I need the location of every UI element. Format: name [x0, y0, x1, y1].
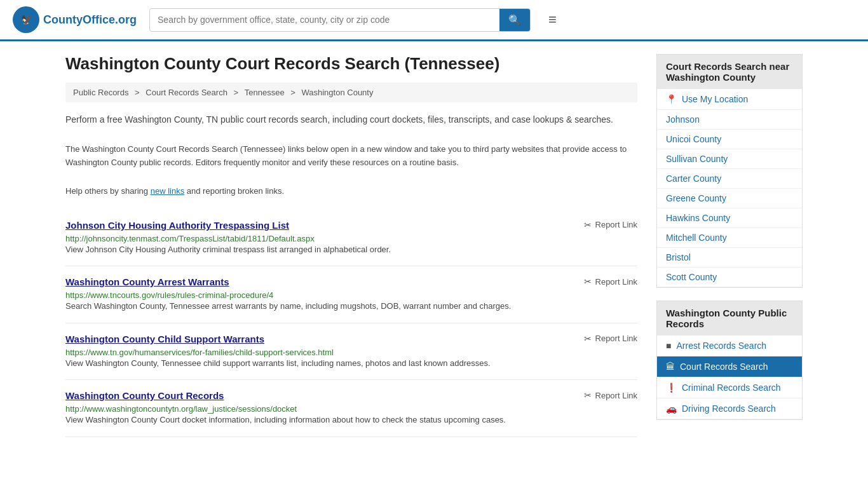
- breadcrumb: Public Records > Court Records Search > …: [65, 83, 637, 102]
- record-description-1: Search Washington County, Tennessee arre…: [65, 300, 637, 313]
- sidebar-nearby-unicoi[interactable]: Unicoi County: [657, 130, 802, 149]
- record-title-2[interactable]: Washington County Child Support Warrants: [65, 334, 264, 344]
- logo-icon: 🦅: [13, 6, 39, 33]
- record-title-0[interactable]: Johnson City Housing Authority Trespassi…: [65, 220, 289, 231]
- sidebar-criminal-records[interactable]: ❗ Criminal Records Search: [657, 377, 802, 398]
- sidebar-nearby-mitchell[interactable]: Mitchell County: [657, 228, 802, 248]
- sidebar-nearby-carter[interactable]: Carter County: [657, 169, 802, 189]
- record-title-3[interactable]: Washington County Court Records: [65, 390, 224, 401]
- record-title-1[interactable]: Washington County Arrest Warrants: [65, 276, 229, 287]
- record-item-0: Johnson City Housing Authority Trespassi…: [65, 210, 637, 267]
- sidebar-nearby-bristol[interactable]: Bristol: [657, 248, 802, 268]
- sidebar-arrest-records[interactable]: ■ Arrest Records Search: [657, 336, 802, 356]
- driving-records-icon: 🚗: [666, 403, 677, 414]
- report-icon-2: ✂: [584, 334, 592, 344]
- record-url-1[interactable]: https://www.tncourts.gov/rules/rules-cri…: [65, 290, 273, 300]
- record-item-3: Washington County Court Records ✂ Report…: [65, 380, 637, 437]
- public-records-section-header: Washington County Public Records: [657, 301, 802, 336]
- content-area: Washington County Court Records Search (…: [65, 54, 637, 437]
- breadcrumb-public-records[interactable]: Public Records: [73, 88, 128, 97]
- page-title: Washington County Court Records Search (…: [65, 54, 637, 74]
- record-description-2: View Washington County, Tennessee child …: [65, 357, 637, 370]
- report-link-button-1[interactable]: ✂ Report Link: [584, 276, 637, 287]
- breadcrumb-washington-county[interactable]: Washington County: [301, 88, 373, 97]
- header: 🦅 CountyOffice.org 🔍 ≡: [0, 0, 868, 41]
- report-icon-1: ✂: [584, 276, 592, 287]
- record-description-0: View Johnson City Housing Authority crim…: [65, 243, 637, 256]
- intro-paragraph: Perform a free Washington County, TN pub…: [65, 112, 637, 126]
- sidebar-nearby-johnson[interactable]: Johnson: [657, 110, 802, 130]
- svg-text:🦅: 🦅: [21, 15, 32, 25]
- record-description-3: View Washington County Court docket info…: [65, 414, 637, 426]
- court-records-icon: 🏛: [666, 362, 675, 372]
- sidebar-nearby-hawkins[interactable]: Hawkins County: [657, 208, 802, 228]
- main-container: Washington County Court Records Search (…: [53, 41, 815, 450]
- breadcrumb-tennessee[interactable]: Tennessee: [245, 88, 285, 97]
- breadcrumb-court-records-search[interactable]: Court Records Search: [146, 88, 227, 97]
- nearby-section-header: Court Records Search near Washington Cou…: [657, 55, 802, 89]
- sidebar-nearby-greene[interactable]: Greene County: [657, 189, 802, 208]
- sidebar-court-records[interactable]: 🏛 Court Records Search: [657, 356, 802, 377]
- search-icon: 🔍: [508, 15, 521, 25]
- report-icon-0: ✂: [584, 220, 592, 230]
- record-url-0[interactable]: http://johnsoncity.tenmast.com/TrespassL…: [65, 234, 315, 243]
- logo-text: CountyOffice.org: [43, 13, 137, 27]
- search-input[interactable]: [150, 10, 499, 30]
- sidebar-nearby-sullivan[interactable]: Sullivan County: [657, 149, 802, 169]
- location-pin-icon: 📍: [666, 94, 677, 104]
- report-icon-3: ✂: [584, 390, 592, 400]
- records-list: Johnson City Housing Authority Trespassi…: [65, 210, 637, 437]
- search-button[interactable]: 🔍: [499, 9, 530, 31]
- sidebar-nearby-scott[interactable]: Scott County: [657, 268, 802, 287]
- report-link-button-2[interactable]: ✂ Report Link: [584, 334, 637, 344]
- logo-link[interactable]: 🦅 CountyOffice.org: [13, 6, 137, 33]
- search-bar: 🔍: [149, 8, 531, 32]
- arrest-records-icon: ■: [666, 341, 671, 351]
- use-my-location[interactable]: 📍 Use My Location: [657, 89, 802, 110]
- hamburger-icon: ≡: [548, 11, 557, 27]
- hamburger-menu-button[interactable]: ≡: [543, 9, 562, 30]
- criminal-records-icon: ❗: [666, 383, 677, 393]
- new-links-link[interactable]: new links: [151, 186, 184, 196]
- public-records-section: Washington County Public Records ■ Arres…: [656, 301, 803, 420]
- sidebar-driving-records[interactable]: 🚗 Driving Records Search: [657, 398, 802, 419]
- secondary-paragraph: The Washington County Court Records Sear…: [65, 143, 637, 170]
- report-link-button-3[interactable]: ✂ Report Link: [584, 390, 637, 400]
- record-url-2[interactable]: https://www.tn.gov/humanservices/for-fam…: [65, 348, 334, 357]
- record-item-2: Washington County Child Support Warrants…: [65, 323, 637, 381]
- report-link-button-0[interactable]: ✂ Report Link: [584, 220, 637, 230]
- record-item-1: Washington County Arrest Warrants ✂ Repo…: [65, 266, 637, 323]
- sidebar: Court Records Search near Washington Cou…: [656, 54, 803, 437]
- nearby-section: Court Records Search near Washington Cou…: [656, 54, 803, 288]
- record-url-3[interactable]: http://www.washingtoncountytn.org/law_ju…: [65, 404, 297, 414]
- share-paragraph: Help others by sharing new links and rep…: [65, 186, 637, 196]
